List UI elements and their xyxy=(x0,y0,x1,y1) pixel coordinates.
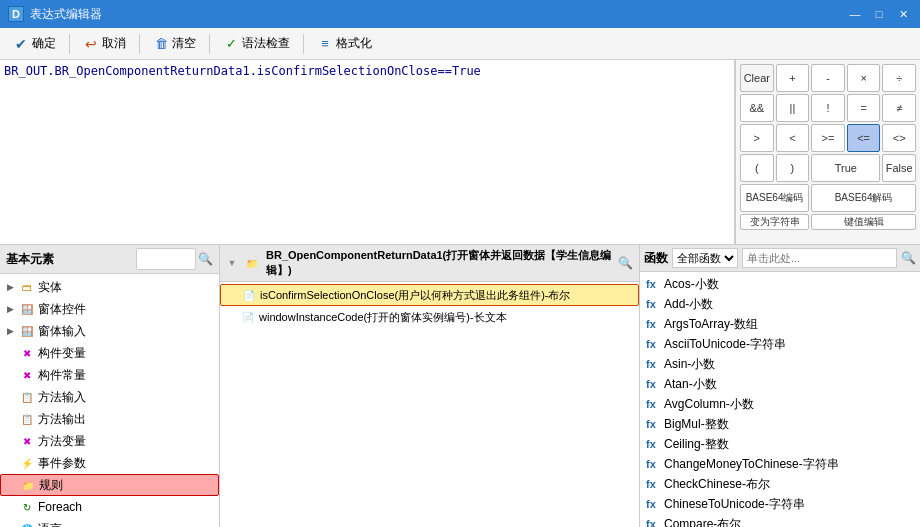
middle-item-isconfirm[interactable]: 📄 isConfirmSelectionOnClose(用户以何种方式退出此务组… xyxy=(220,284,639,306)
close-button[interactable]: ✕ xyxy=(894,5,912,23)
clear-toolbar-icon: 🗑 xyxy=(153,36,169,52)
or-button[interactable]: || xyxy=(776,94,810,122)
assign-button[interactable]: = xyxy=(847,94,881,122)
expression-editor[interactable] xyxy=(0,60,735,244)
to-string-button[interactable]: 变为字符串 xyxy=(740,214,809,230)
minus-button[interactable]: - xyxy=(811,64,845,92)
clear-button[interactable]: Clear xyxy=(740,64,774,92)
clear-toolbar-button[interactable]: 🗑 清空 xyxy=(144,31,205,57)
expand-icon-window-input: ▶ xyxy=(4,325,16,337)
func-item-asin[interactable]: fx Asin-小数 xyxy=(640,354,920,374)
true-button[interactable]: True xyxy=(811,154,880,182)
function-search-input[interactable] xyxy=(742,248,897,268)
gt-button[interactable]: > xyxy=(740,124,774,152)
func-item-argstoarray[interactable]: fx ArgsToArray-数组 xyxy=(640,314,920,334)
gte-button[interactable]: >= xyxy=(811,124,845,152)
divide-button[interactable]: ÷ xyxy=(882,64,916,92)
base64-encode-button[interactable]: BASE64编码 xyxy=(740,184,809,212)
toolbar-sep-1 xyxy=(69,34,70,54)
widget-var-icon: ✖ xyxy=(19,345,35,361)
func-item-changemoneyto[interactable]: fx ChangeMoneyToChinese-字符串 xyxy=(640,454,920,474)
method-var-label: 方法变量 xyxy=(38,433,86,450)
window-control-label: 窗体控件 xyxy=(38,301,86,318)
func-item-add[interactable]: fx Add-小数 xyxy=(640,294,920,314)
lt-button[interactable]: < xyxy=(776,124,810,152)
function-list: fx Acos-小数 fx Add-小数 fx ArgsToArray-数组 f… xyxy=(640,272,920,527)
func-prefix-changemoneyto: fx xyxy=(646,458,660,470)
window-instance-label: windowInstanceCode(打开的窗体实例编号)-长文本 xyxy=(259,310,507,325)
func-item-avgcolumn[interactable]: fx AvgColumn-小数 xyxy=(640,394,920,414)
func-label-avgcolumn: AvgColumn-小数 xyxy=(664,396,754,413)
func-item-compare[interactable]: fx Compare-布尔 xyxy=(640,514,920,527)
tree-item-entity[interactable]: ▶ 🗃 实体 xyxy=(0,276,219,298)
tree-item-method-var[interactable]: ▶ ✖ 方法变量 xyxy=(0,430,219,452)
func-item-chinesetounicode[interactable]: fx ChineseToUnicode-字符串 xyxy=(640,494,920,514)
false-button[interactable]: False xyxy=(882,154,916,182)
tree-item-window-input[interactable]: ▶ 🪟 窗体输入 xyxy=(0,320,219,342)
left-panel-search[interactable] xyxy=(136,248,196,270)
maximize-button[interactable]: □ xyxy=(870,5,888,23)
tree-item-rules[interactable]: ▶ 📁 规则 xyxy=(0,474,219,496)
func-label-asciitounicode: AsciiToUnicode-字符串 xyxy=(664,336,786,353)
neq-button[interactable]: <> xyxy=(882,124,916,152)
tree-item-language[interactable]: ▶ 🌐 语言 xyxy=(0,518,219,527)
middle-panel-header: ▼ 📁 BR_OpenComponentReturnData1(打开窗体并返回数… xyxy=(220,245,639,282)
format-button[interactable]: ≡ 格式化 xyxy=(308,31,381,57)
func-prefix-acos: fx xyxy=(646,278,660,290)
cancel-button[interactable]: ↩ 取消 xyxy=(74,31,135,57)
function-filter-select[interactable]: 全部函数 xyxy=(672,248,738,268)
func-label-add: Add-小数 xyxy=(664,296,713,313)
middle-header-icon: 📁 xyxy=(244,255,260,271)
language-icon: 🌐 xyxy=(19,521,35,527)
plus-button[interactable]: + xyxy=(776,64,810,92)
window-title: 表达式编辑器 xyxy=(30,6,840,23)
func-prefix-add: fx xyxy=(646,298,660,310)
middle-panel: ▼ 📁 BR_OpenComponentReturnData1(打开窗体并返回数… xyxy=(220,245,640,527)
confirm-button[interactable]: ✔ 确定 xyxy=(4,31,65,57)
func-label-changemoneyto: ChangeMoneyToChinese-字符串 xyxy=(664,456,839,473)
lte-button[interactable]: <= xyxy=(847,124,881,152)
rparen-button[interactable]: ) xyxy=(776,154,810,182)
func-item-asciitounicode[interactable]: fx AsciiToUnicode-字符串 xyxy=(640,334,920,354)
func-label-acos: Acos-小数 xyxy=(664,276,719,293)
method-output-icon: 📋 xyxy=(19,411,35,427)
tree-item-method-output[interactable]: ▶ 📋 方法输出 xyxy=(0,408,219,430)
expand-icon-window-control: ▶ xyxy=(4,303,16,315)
func-prefix-asciitounicode: fx xyxy=(646,338,660,350)
tree-item-event-param[interactable]: ▶ ⚡ 事件参数 xyxy=(0,452,219,474)
window-instance-icon: 📄 xyxy=(240,309,256,325)
func-prefix-argstoarray: fx xyxy=(646,318,660,330)
operator-panel: Clear + - × ÷ && || ! = ≠ > < >= <= <> (… xyxy=(735,60,920,244)
foreach-icon: ↻ xyxy=(19,499,35,515)
method-output-label: 方法输出 xyxy=(38,411,86,428)
func-item-acos[interactable]: fx Acos-小数 xyxy=(640,274,920,294)
right-panel-header: 函数 全部函数 🔍 xyxy=(640,245,920,272)
middle-panel-title: BR_OpenComponentReturnData1(打开窗体并返回数据【学生… xyxy=(266,248,614,278)
func-prefix-chinesetounicode: fx xyxy=(646,498,660,510)
multiply-button[interactable]: × xyxy=(847,64,881,92)
syntax-check-button[interactable]: ✓ 语法检查 xyxy=(214,31,299,57)
minimize-button[interactable]: — xyxy=(846,5,864,23)
func-item-ceiling[interactable]: fx Ceiling-整数 xyxy=(640,434,920,454)
syntax-check-icon: ✓ xyxy=(223,36,239,52)
tree-item-foreach[interactable]: ▶ ↻ Foreach xyxy=(0,496,219,518)
tree-item-window-control[interactable]: ▶ 🪟 窗体控件 xyxy=(0,298,219,320)
middle-item-window-instance[interactable]: 📄 windowInstanceCode(打开的窗体实例编号)-长文本 xyxy=(220,306,639,328)
func-item-bigmul[interactable]: fx BigMul-整数 xyxy=(640,414,920,434)
tree-item-widget-var[interactable]: ▶ ✖ 构件变量 xyxy=(0,342,219,364)
lparen-button[interactable]: ( xyxy=(740,154,774,182)
func-label-argstoarray: ArgsToArray-数组 xyxy=(664,316,758,333)
func-item-checkchinese[interactable]: fx CheckChinese-布尔 xyxy=(640,474,920,494)
key-value-edit-button[interactable]: 键值编辑 xyxy=(811,214,916,230)
not-button[interactable]: ! xyxy=(811,94,845,122)
window-control-icon: 🪟 xyxy=(19,301,35,317)
and-button[interactable]: && xyxy=(740,94,774,122)
func-prefix-avgcolumn: fx xyxy=(646,398,660,410)
func-item-atan[interactable]: fx Atan-小数 xyxy=(640,374,920,394)
tree-item-method-input[interactable]: ▶ 📋 方法输入 xyxy=(0,386,219,408)
expand-icon-entity: ▶ xyxy=(4,281,16,293)
ne-button[interactable]: ≠ xyxy=(882,94,916,122)
base64-decode-button[interactable]: BASE64解码 xyxy=(811,184,916,212)
method-input-icon: 📋 xyxy=(19,389,35,405)
tree-item-widget-const[interactable]: ▶ ✖ 构件常量 xyxy=(0,364,219,386)
